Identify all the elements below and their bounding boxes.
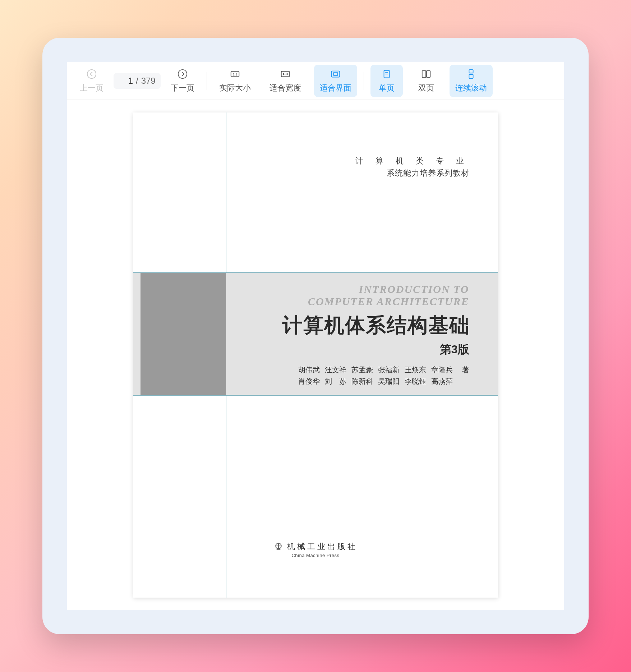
continuous-scroll-label: 连续滚动: [455, 83, 487, 93]
toolbar: 上一页 / 379 下一页 1:1 实际大小: [67, 62, 564, 100]
authors-row-2: 肖俊华 刘 苏 陈新科 吴瑞阳 李晓钰 高燕萍 著: [298, 376, 469, 387]
toolbar-divider: [207, 72, 207, 90]
english-title: INTRODUCTION TO COMPUTER ARCHITECTURE: [308, 283, 469, 308]
publisher-block: 机械工业出版社 China Machine Press: [133, 541, 498, 558]
next-page-button[interactable]: 下一页: [165, 65, 200, 97]
chevron-left-circle-icon: [86, 68, 97, 80]
svg-text:1:1: 1:1: [232, 73, 237, 76]
chinese-title: 计算机体系结构基础: [282, 312, 470, 339]
page-area[interactable]: 计 算 机 类 专 业 系统能力培养系列教材 INTRODUCTION TO C…: [67, 100, 564, 610]
chevron-right-circle-icon: [177, 68, 188, 80]
author-suffix: 著: [462, 364, 469, 376]
edition-label: 第3版: [440, 342, 469, 358]
svg-rect-12: [427, 71, 430, 78]
prev-page-label: 上一页: [80, 83, 103, 93]
document-page: 计 算 机 类 专 业 系统能力培养系列教材 INTRODUCTION TO C…: [133, 112, 498, 598]
double-page-icon: [420, 68, 432, 80]
fit-width-label: 适合宽度: [270, 83, 301, 93]
publisher-name-en: China Machine Press: [291, 553, 339, 558]
current-page-input[interactable]: [119, 76, 133, 86]
fit-page-button[interactable]: 适合界面: [314, 65, 357, 97]
publisher-logo-icon: [273, 542, 284, 552]
toolbar-divider: [364, 72, 364, 90]
authors-row-1: 胡伟武 汪文祥 苏孟豪 张福新 王焕东 章隆兵 著: [298, 364, 469, 376]
series-block: 计 算 机 类 专 业 系统能力培养系列教材: [355, 156, 469, 179]
single-page-button[interactable]: 单页: [370, 65, 403, 97]
svg-rect-7: [333, 73, 337, 75]
double-page-label: 双页: [418, 83, 434, 93]
authors-block: 胡伟武 汪文祥 苏孟豪 张福新 王焕东 章隆兵 著 肖俊华 刘 苏 陈新科 吴瑞…: [298, 364, 469, 387]
actual-size-button[interactable]: 1:1 实际大小: [213, 65, 257, 97]
svg-rect-11: [422, 71, 425, 78]
prev-page-button[interactable]: 上一页: [74, 65, 109, 97]
english-title-line-2: COMPUTER ARCHITECTURE: [308, 295, 469, 308]
cover-gray-block: [141, 273, 226, 395]
single-page-label: 单页: [379, 83, 395, 93]
single-page-icon: [381, 68, 392, 80]
one-to-one-icon: 1:1: [229, 68, 241, 80]
svg-rect-6: [331, 71, 340, 77]
next-page-label: 下一页: [171, 83, 194, 93]
svg-point-1: [178, 70, 187, 78]
publisher-name-cn: 机械工业出版社: [287, 541, 358, 552]
cover-divider-horizontal-bottom: [133, 395, 498, 396]
svg-point-0: [87, 70, 96, 78]
english-title-line-1: INTRODUCTION TO: [308, 283, 469, 295]
app-window: 上一页 / 379 下一页 1:1 实际大小: [42, 38, 589, 634]
fit-width-button[interactable]: 适合宽度: [264, 65, 307, 97]
fit-page-label: 适合界面: [320, 83, 351, 93]
pdf-viewer: 上一页 / 379 下一页 1:1 实际大小: [67, 62, 564, 610]
fit-width-icon: [280, 68, 291, 80]
page-number-control[interactable]: / 379: [114, 73, 161, 89]
series-line-2: 系统能力培养系列教材: [355, 168, 469, 179]
svg-rect-13: [469, 70, 473, 73]
actual-size-label: 实际大小: [219, 83, 251, 93]
svg-rect-14: [469, 74, 473, 78]
double-page-button[interactable]: 双页: [410, 65, 442, 97]
page-separator: /: [136, 76, 138, 86]
continuous-scroll-icon: [465, 68, 477, 80]
series-line-1: 计 算 机 类 专 业: [355, 156, 469, 166]
fit-page-icon: [330, 68, 341, 80]
continuous-scroll-button[interactable]: 连续滚动: [450, 65, 493, 97]
total-pages: 379: [141, 76, 156, 86]
